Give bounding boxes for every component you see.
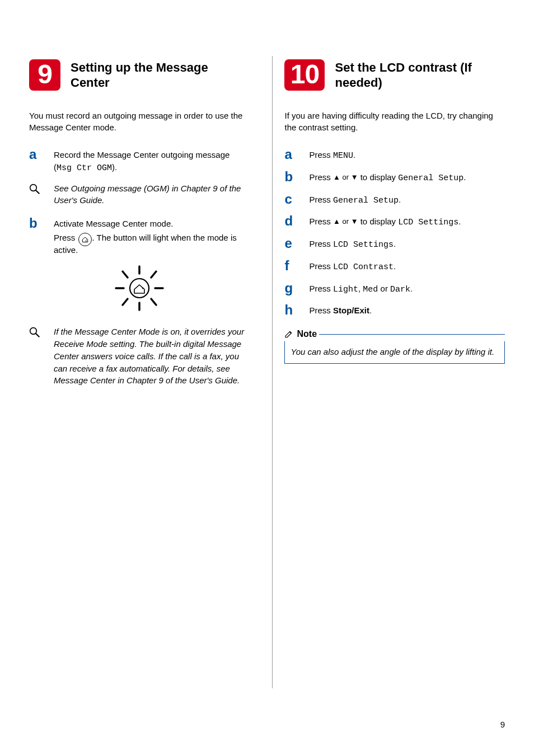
svg-point-11 bbox=[130, 279, 149, 298]
pre: Press bbox=[309, 195, 333, 204]
pre: Press bbox=[309, 150, 333, 159]
post: . bbox=[369, 306, 372, 315]
step-a-body: Press MENU. bbox=[309, 148, 505, 162]
step-letter-g: g bbox=[284, 281, 309, 296]
step-a-body: Record the Message Center outgoing messa… bbox=[54, 148, 250, 175]
post: . bbox=[353, 150, 355, 159]
message-center-button-icon bbox=[78, 233, 92, 246]
ref-row-1: See Outgoing message (OGM) in Chapter 9 … bbox=[29, 182, 250, 207]
step-a-post: ). bbox=[112, 162, 117, 172]
svg-point-0 bbox=[30, 184, 37, 191]
magnifier-icon bbox=[29, 326, 54, 387]
badge-9: 9 bbox=[29, 59, 60, 91]
step-b-line1: Activate Message Center mode. bbox=[54, 219, 173, 228]
pencil-icon bbox=[284, 330, 293, 339]
step-a-left: a Record the Message Center outgoing mes… bbox=[29, 148, 250, 175]
svg-point-2 bbox=[86, 239, 87, 240]
pre: Press bbox=[309, 306, 333, 315]
svg-line-4 bbox=[123, 271, 128, 278]
step-d-right: d Press ▲ or ▼ to display LCD Settings. bbox=[284, 214, 505, 229]
step-letter-a: a bbox=[29, 148, 54, 175]
post: . bbox=[463, 172, 466, 182]
step-letter-b: b bbox=[284, 170, 309, 185]
step-f-body: Press LCD Contrast. bbox=[309, 259, 505, 274]
step-b-pre: Press bbox=[54, 233, 78, 242]
step-letter-e: e bbox=[284, 237, 309, 251]
mono: LCD Contrast bbox=[333, 262, 394, 272]
step-letter-d: d bbox=[284, 214, 309, 229]
section-header-9: 9 Setting up the Message Center bbox=[29, 56, 250, 94]
step-b-body: Press ▲ or ▼ to display General Setup. bbox=[309, 170, 505, 185]
section-title-9: Setting up the Message Center bbox=[71, 60, 250, 91]
step-a-mono: Msg Ctr OGM bbox=[57, 163, 112, 173]
pre: Press bbox=[309, 172, 333, 182]
pre: Press bbox=[309, 261, 333, 271]
arrows: ▲ or ▼ bbox=[333, 173, 358, 181]
section-header-10: 10 Set the LCD contrast (If needed) bbox=[284, 56, 505, 94]
mid: to display bbox=[358, 172, 399, 182]
svg-point-12 bbox=[142, 288, 143, 289]
post: . bbox=[394, 261, 396, 271]
mono2: Med bbox=[363, 285, 378, 294]
intro-right: If you are having difficulty reading the… bbox=[284, 110, 505, 133]
step-e-right: e Press LCD Settings. bbox=[284, 237, 505, 251]
step-h-body: Press Stop/Exit. bbox=[309, 303, 505, 317]
note-rule bbox=[319, 334, 505, 335]
pre: Press bbox=[309, 217, 333, 226]
svg-line-5 bbox=[151, 271, 156, 278]
page: 9 Setting up the Message Center You must… bbox=[0, 0, 534, 756]
mono: General Setup bbox=[398, 173, 463, 183]
step-letter-c: c bbox=[284, 192, 309, 207]
step-h-right: h Press Stop/Exit. bbox=[284, 303, 505, 317]
svg-line-14 bbox=[36, 334, 40, 337]
step-b-right: b Press ▲ or ▼ to display General Setup. bbox=[284, 170, 505, 185]
ref-body-1: See Outgoing message (OGM) in Chapter 9 … bbox=[54, 182, 250, 207]
post: . bbox=[410, 284, 413, 293]
left-column: 9 Setting up the Message Center You must… bbox=[29, 56, 250, 688]
sep2: or bbox=[378, 284, 390, 293]
svg-line-9 bbox=[151, 299, 156, 305]
step-letter-h: h bbox=[284, 303, 309, 317]
mono: LCD Settings bbox=[333, 240, 394, 250]
step-g-body: Press Light, Med or Dark. bbox=[309, 281, 505, 296]
post: . bbox=[458, 217, 461, 226]
step-g-right: g Press Light, Med or Dark. bbox=[284, 281, 505, 296]
bold: Stop/Exit bbox=[333, 306, 369, 315]
step-c-right: c Press General Setup. bbox=[284, 192, 505, 207]
svg-line-1 bbox=[36, 190, 40, 194]
mono: LCD Settings bbox=[398, 218, 458, 227]
step-e-body: Press LCD Settings. bbox=[309, 237, 505, 251]
step-b-left: b Activate Message Center mode. Press . … bbox=[29, 217, 250, 256]
post: . bbox=[394, 239, 396, 248]
step-letter-f: f bbox=[284, 259, 309, 274]
columns: 9 Setting up the Message Center You must… bbox=[29, 56, 505, 688]
pre: Press bbox=[309, 239, 333, 248]
mono1: Light bbox=[333, 285, 358, 294]
step-letter-a: a bbox=[284, 148, 309, 162]
post: . bbox=[399, 195, 401, 204]
step-b-body: Activate Message Center mode. Press . Th… bbox=[54, 217, 250, 256]
note-box: Note You can also adjust the angle of th… bbox=[284, 329, 505, 364]
page-number: 9 bbox=[500, 720, 505, 729]
arrows: ▲ or ▼ bbox=[333, 217, 358, 226]
mid: to display bbox=[358, 217, 399, 226]
pre: Press bbox=[309, 284, 333, 293]
svg-point-13 bbox=[30, 328, 37, 335]
column-divider bbox=[272, 56, 273, 688]
step-f-right: f Press LCD Contrast. bbox=[284, 259, 505, 274]
svg-line-8 bbox=[123, 299, 128, 305]
step-letter-b: b bbox=[29, 217, 54, 256]
mono: General Setup bbox=[333, 196, 399, 205]
flashing-button-illustration bbox=[29, 265, 250, 312]
mono: MENU bbox=[333, 151, 353, 161]
right-column: 10 Set the LCD contrast (If needed) If y… bbox=[284, 56, 505, 688]
intro-left: You must record an outgoing message in o… bbox=[29, 110, 250, 133]
badge-10: 10 bbox=[284, 59, 325, 91]
magnifier-icon bbox=[29, 182, 54, 207]
section-title-10: Set the LCD contrast (If needed) bbox=[335, 60, 505, 91]
step-a-right: a Press MENU. bbox=[284, 148, 505, 162]
mono3: Dark bbox=[390, 285, 410, 294]
note-body: You can also adjust the angle of the dis… bbox=[284, 341, 505, 364]
step-c-body: Press General Setup. bbox=[309, 192, 505, 207]
note-label: Note bbox=[297, 329, 317, 339]
